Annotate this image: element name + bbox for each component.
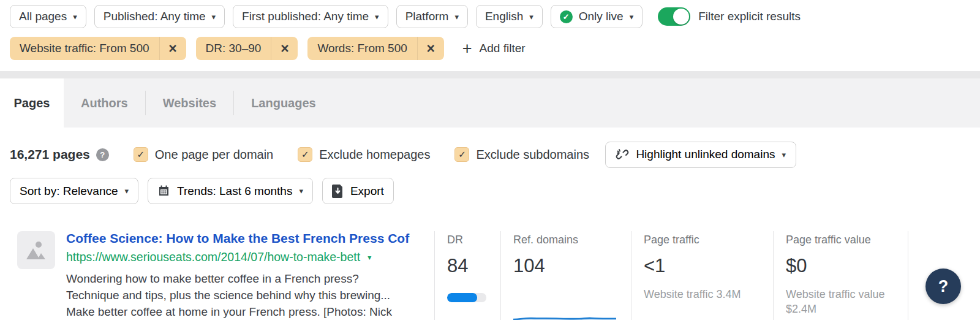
tab-websites[interactable]: Websites (146, 78, 233, 128)
add-filter-button[interactable]: + Add filter (462, 40, 526, 57)
results-toolbar: Sort by: Relevance ▾ Trends: Last 6 mont… (10, 178, 970, 204)
description-line: Wondering how to make better coffee in a… (66, 270, 434, 287)
filter-all-pages-label: All pages (19, 10, 67, 23)
filter-first-published[interactable]: First published: Any time ▾ (233, 5, 388, 28)
chevron-down-icon: ▾ (299, 187, 303, 195)
tab-pages[interactable]: Pages (0, 78, 64, 128)
trends-button[interactable]: Trends: Last 6 months ▾ (148, 178, 313, 204)
filter-only-live-label: Only live (579, 10, 624, 23)
metric-ref-domains-label: Ref. domains (513, 234, 631, 246)
ref-domains-sparkline (513, 313, 616, 320)
filter-platform-label: Platform (405, 10, 449, 23)
result-text-block: Coffee Science: How to Make the Best Fre… (66, 231, 434, 320)
checkbox-icon[interactable]: ✓ (454, 147, 469, 162)
chip-dr-label: DR: 30–90 (196, 42, 271, 55)
result-url-line: https://www.seriouseats.com/2014/07/how-… (66, 250, 434, 264)
trends-label: Trends: Last 6 months (177, 185, 292, 198)
filter-language[interactable]: English ▾ (476, 5, 543, 28)
metric-page-traffic-value-label: Page traffic value (786, 234, 908, 246)
description-line: Make better coffee at home in your Frenc… (66, 303, 434, 320)
close-icon[interactable]: × (417, 37, 444, 60)
result-url-link[interactable]: https://www.seriouseats.com/2014/07/how-… (66, 250, 360, 264)
metric-page-traffic-value-value: $0 (786, 255, 908, 277)
chip-dr[interactable]: DR: 30–90 × (196, 37, 298, 60)
calendar-icon (157, 185, 170, 197)
filter-first-published-label: First published: Any time (242, 10, 369, 23)
filter-all-pages[interactable]: All pages ▾ (10, 5, 86, 28)
metric-ref-domains: Ref. domains 104 (500, 231, 631, 320)
chevron-down-icon: ▾ (782, 151, 786, 159)
metric-page-traffic-label: Page traffic (644, 234, 773, 246)
checkbox-label: One page per domain (155, 148, 273, 162)
check-circle-icon: ✓ (560, 10, 573, 23)
metric-dr-value: 84 (447, 255, 500, 277)
chevron-down-icon: ▾ (630, 13, 634, 21)
download-document-icon (332, 185, 344, 198)
checkbox-exclude-subdomains[interactable]: ✓ Exclude subdomains (454, 147, 589, 162)
image-placeholder-icon (24, 240, 48, 261)
close-icon[interactable]: × (159, 37, 186, 60)
url-chevron-down-icon[interactable]: ▾ (368, 253, 371, 262)
chevron-down-icon: ▾ (454, 13, 459, 21)
metric-website-traffic-value: Website traffic value $2.4M (786, 287, 902, 316)
section-divider-band (0, 71, 980, 78)
chevron-down-icon: ▾ (125, 187, 129, 195)
export-button[interactable]: Export (322, 178, 394, 204)
export-label: Export (350, 185, 384, 198)
filter-only-live[interactable]: ✓ Only live ▾ (551, 5, 643, 28)
metric-ref-domains-value: 104 (513, 255, 631, 277)
checkbox-one-page-per-domain[interactable]: ✓ One page per domain (134, 147, 273, 162)
content-explorer-page: All pages ▾ Published: Any time ▾ First … (0, 0, 980, 320)
broken-link-icon (616, 148, 629, 161)
add-filter-label: Add filter (480, 42, 526, 55)
sort-by-label: Sort by: Relevance (20, 185, 118, 198)
tab-authors[interactable]: Authors (64, 78, 145, 128)
dr-progress-fill (447, 293, 477, 302)
filter-explicit-label: Filter explicit results (698, 10, 801, 23)
checkbox-label: Exclude subdomains (476, 148, 589, 162)
filter-published-label: Published: Any time (104, 10, 206, 23)
filter-published[interactable]: Published: Any time ▾ (94, 5, 225, 28)
highlight-unlinked-domains-button[interactable]: Highlight unlinked domains ▾ (605, 142, 796, 168)
checkbox-icon[interactable]: ✓ (134, 147, 148, 162)
filter-chip-row: Website traffic: From 500 × DR: 30–90 × … (10, 37, 970, 60)
close-icon[interactable]: × (271, 37, 298, 60)
chevron-down-icon: ▾ (375, 13, 379, 21)
results-content: 16,271 pages ? ✓ One page per domain ✓ E… (0, 141, 980, 320)
metric-page-traffic-value: <1 (644, 255, 773, 277)
metric-website-traffic: Website traffic 3.4M (644, 287, 773, 302)
chip-website-traffic[interactable]: Website traffic: From 500 × (10, 37, 186, 60)
filter-explicit-toggle[interactable] (658, 7, 690, 26)
highlight-unlinked-domains-label: Highlight unlinked domains (636, 148, 775, 161)
help-button[interactable]: ? (925, 269, 961, 304)
dr-progress-bar (447, 293, 486, 302)
filter-bar: All pages ▾ Published: Any time ▾ First … (0, 0, 980, 71)
filter-dropdown-row: All pages ▾ Published: Any time ▾ First … (10, 5, 970, 28)
thumbnail-placeholder (17, 231, 55, 269)
plus-icon: + (462, 40, 472, 57)
metric-dr: DR 84 (434, 231, 500, 320)
chevron-down-icon: ▾ (73, 13, 77, 21)
checkbox-label: Exclude homepages (319, 148, 430, 162)
chevron-down-icon: ▾ (212, 13, 216, 21)
checkbox-icon[interactable]: ✓ (298, 147, 312, 162)
chip-words[interactable]: Words: From 500 × (307, 37, 443, 60)
chevron-down-icon: ▾ (529, 13, 533, 21)
result-row: Coffee Science: How to Make the Best Fre… (10, 231, 970, 320)
metric-dr-label: DR (447, 234, 500, 246)
tab-strip: Pages Authors Websites Languages (0, 78, 980, 128)
metric-page-traffic-value: Page traffic value $0 Website traffic va… (773, 231, 908, 320)
checkbox-exclude-homepages[interactable]: ✓ Exclude homepages (298, 147, 430, 162)
result-metrics: DR 84 Ref. domains 104 Page traffic (434, 231, 970, 320)
filter-language-label: English (485, 10, 523, 23)
tab-languages[interactable]: Languages (234, 78, 333, 128)
metric-page-traffic: Page traffic <1 Website traffic 3.4M (631, 231, 773, 320)
filter-platform[interactable]: Platform ▾ (396, 5, 468, 28)
results-header: 16,271 pages ? ✓ One page per domain ✓ E… (10, 141, 970, 168)
sort-by-button[interactable]: Sort by: Relevance ▾ (10, 178, 138, 204)
help-tooltip-icon[interactable]: ? (96, 148, 109, 161)
result-title-link[interactable]: Coffee Science: How to Make the Best Fre… (66, 231, 434, 246)
description-line: Technique and tips, plus the science beh… (66, 287, 434, 303)
result-description: Wondering how to make better coffee in a… (66, 270, 434, 320)
chip-words-label: Words: From 500 (307, 42, 417, 55)
